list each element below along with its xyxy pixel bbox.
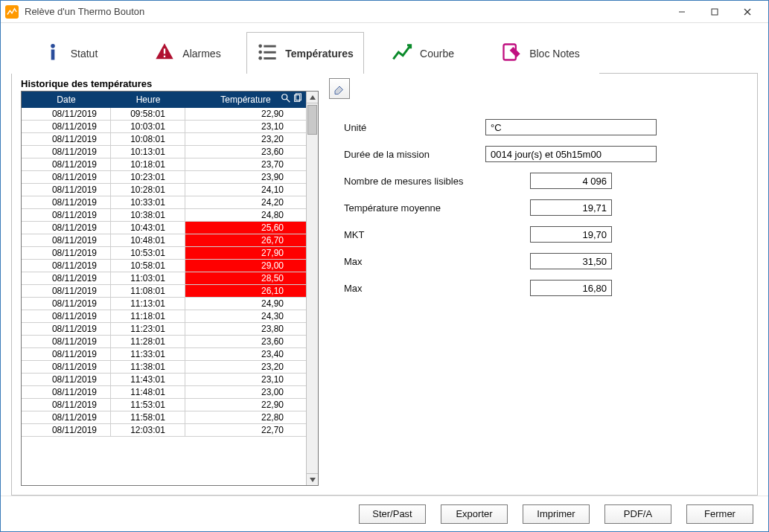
duration-label: Durée de la mission: [344, 149, 485, 160]
svg-rect-1: [712, 9, 718, 15]
table-row[interactable]: 08/11/201911:23:0123,80: [22, 323, 306, 336]
tab-label: Courbe: [420, 48, 454, 60]
table-row[interactable]: 08/11/201912:03:0122,70: [22, 424, 306, 437]
tab-temperatures[interactable]: Températures: [246, 32, 364, 74]
cell-time: 10:53:01: [111, 247, 185, 259]
copy-icon[interactable]: [293, 93, 303, 106]
cell-temp: 23,60: [185, 146, 306, 158]
col-date[interactable]: Date: [22, 93, 111, 106]
table-row[interactable]: 08/11/201910:53:0127,90: [22, 247, 306, 260]
scroll-down-icon[interactable]: [307, 473, 318, 485]
cell-time: 11:13:01: [111, 298, 185, 310]
cell-date: 08/11/2019: [22, 336, 111, 347]
table-row[interactable]: 08/11/201910:18:0123,70: [22, 158, 306, 171]
min-value: 16,80: [530, 280, 612, 296]
cell-temp: 26,10: [185, 285, 306, 297]
svg-rect-11: [264, 51, 276, 54]
table-row[interactable]: 08/11/201910:48:0126,70: [22, 234, 306, 247]
table-row[interactable]: 08/11/201911:03:0128,50: [22, 272, 306, 285]
col-heure[interactable]: Heure: [111, 93, 185, 106]
tab-statut[interactable]: Statut: [11, 32, 129, 74]
mkt-value: 19,70: [530, 226, 612, 243]
list-icon: [257, 42, 278, 65]
cell-time: 10:48:01: [111, 234, 185, 246]
duration-value: 0014 jour(s) et 05h15m00: [485, 146, 657, 162]
print-button[interactable]: Imprimer: [523, 504, 590, 524]
mkt-label: MKT: [344, 229, 485, 240]
svg-point-8: [259, 45, 263, 48]
cell-temp: 22,70: [185, 424, 306, 436]
maximize-button[interactable]: [698, 1, 731, 22]
pdf-button[interactable]: PDF/A: [604, 504, 671, 524]
cell-time: 12:03:01: [111, 424, 185, 436]
table-row[interactable]: 08/11/201911:43:0123,10: [22, 374, 306, 386]
cell-time: 10:18:01: [111, 158, 185, 170]
vertical-scrollbar[interactable]: [306, 92, 318, 485]
export-button[interactable]: Exporter: [441, 504, 508, 524]
close-button[interactable]: [731, 1, 764, 22]
table-row[interactable]: 08/11/201910:13:0123,60: [22, 146, 306, 158]
search-icon[interactable]: [281, 93, 291, 106]
footer-buttons: Ster/Past Exporter Imprimer PDF/A Fermer: [1, 496, 768, 531]
table-row[interactable]: 08/11/201911:48:0123,00: [22, 386, 306, 399]
table-row[interactable]: 08/11/201910:58:0129,00: [22, 260, 306, 272]
table-row[interactable]: 08/11/201910:23:0123,90: [22, 171, 306, 184]
table-row[interactable]: 08/11/201911:58:0122,80: [22, 411, 306, 424]
max-value: 31,50: [530, 253, 612, 269]
tab-alarmes[interactable]: Alarmes: [129, 32, 246, 74]
cell-temp: 23,80: [185, 323, 306, 335]
cell-temp: 24,80: [185, 209, 306, 221]
chart-line-icon: [392, 42, 412, 65]
table-row[interactable]: 08/11/201909:58:0122,90: [22, 108, 306, 121]
cell-time: 11:03:01: [111, 272, 185, 284]
table-row[interactable]: 08/11/201911:08:0126,10: [22, 285, 306, 298]
table-row[interactable]: 08/11/201910:38:0124,80: [22, 209, 306, 222]
table-row[interactable]: 08/11/201910:33:0124,20: [22, 196, 306, 209]
cell-temp: 24,90: [185, 298, 306, 310]
svg-point-15: [282, 94, 287, 100]
cell-temp: 23,10: [185, 121, 306, 132]
cell-temp: 27,90: [185, 247, 306, 259]
scroll-thumb[interactable]: [307, 105, 317, 135]
tab-courbe[interactable]: Courbe: [364, 32, 482, 74]
svg-rect-9: [264, 45, 276, 48]
minimize-button[interactable]: [666, 1, 698, 22]
scroll-up-icon[interactable]: [307, 92, 318, 103]
ster-past-button[interactable]: Ster/Past: [359, 504, 426, 524]
history-title: Historique des températures: [21, 78, 319, 89]
tab-label: Températures: [285, 48, 354, 60]
eraser-button[interactable]: [329, 78, 350, 99]
table-row[interactable]: 08/11/201910:28:0124,10: [22, 184, 306, 196]
cell-date: 08/11/2019: [22, 234, 111, 246]
cell-date: 08/11/2019: [22, 310, 111, 322]
table-row[interactable]: 08/11/201910:08:0123,20: [22, 133, 306, 146]
notes-icon: [501, 42, 522, 65]
cell-time: 11:08:01: [111, 285, 185, 297]
cell-time: 10:38:01: [111, 209, 185, 221]
svg-rect-6: [164, 48, 165, 54]
grid-header: Date Heure Température: [22, 92, 306, 108]
app-window: Relève d'un Thermo Bouton Statut Alarmes: [0, 0, 769, 532]
table-row[interactable]: 08/11/201911:33:0123,40: [22, 348, 306, 361]
cell-date: 08/11/2019: [22, 209, 111, 221]
avg-value: 19,71: [530, 199, 612, 216]
table-row[interactable]: 08/11/201911:53:0122,90: [22, 399, 306, 411]
table-row[interactable]: 08/11/201911:18:0124,30: [22, 310, 306, 323]
cell-date: 08/11/2019: [22, 184, 111, 196]
cell-date: 08/11/2019: [22, 361, 111, 373]
table-row[interactable]: 08/11/201911:38:0123,20: [22, 361, 306, 374]
cell-time: 09:58:01: [111, 108, 185, 120]
cell-time: 11:38:01: [111, 361, 185, 373]
cell-date: 08/11/2019: [22, 285, 111, 297]
summary-fields: Unité °C Durée de la mission 0014 jour(s…: [344, 114, 748, 301]
cell-date: 08/11/2019: [22, 133, 111, 145]
tab-blocnotes[interactable]: Bloc Notes: [482, 32, 599, 74]
table-row[interactable]: 08/11/201911:28:0123,60: [22, 336, 306, 348]
titlebar: Relève d'un Thermo Bouton: [1, 1, 768, 23]
grid-body[interactable]: 08/11/201909:58:0122,9008/11/201910:03:0…: [22, 108, 306, 485]
close-dialog-button[interactable]: Fermer: [686, 504, 753, 524]
table-row[interactable]: 08/11/201910:43:0125,60: [22, 222, 306, 234]
cell-date: 08/11/2019: [22, 386, 111, 398]
table-row[interactable]: 08/11/201911:13:0124,90: [22, 298, 306, 310]
table-row[interactable]: 08/11/201910:03:0123,10: [22, 121, 306, 133]
